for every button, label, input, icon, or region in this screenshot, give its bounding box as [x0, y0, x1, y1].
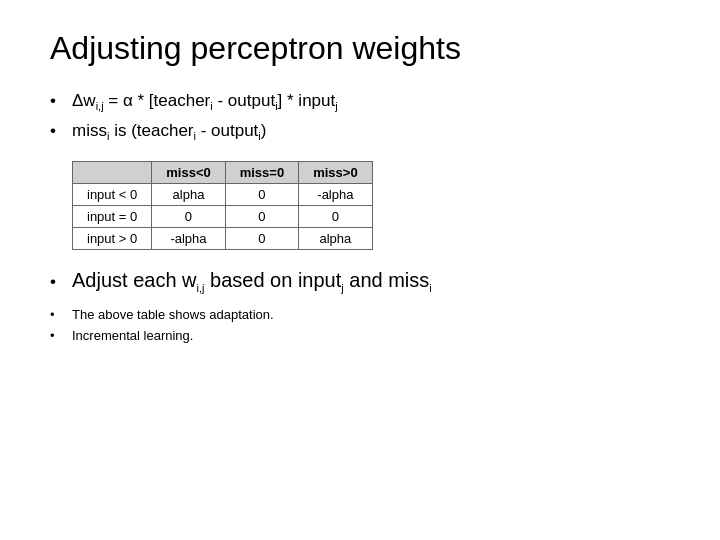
bullet-dot-small-2: •	[50, 328, 72, 343]
cell-1-2: 0	[225, 183, 298, 205]
bullet-item-small-1: • The above table shows adaptation.	[50, 306, 670, 324]
col-header-miss-neg: miss<0	[152, 161, 225, 183]
page-title: Adjusting perceptron weights	[50, 30, 670, 67]
row-label-2: input = 0	[73, 205, 152, 227]
cell-2-3: 0	[299, 205, 372, 227]
table-row: input > 0 -alpha 0 alpha	[73, 227, 373, 249]
bullet-dot-2: •	[50, 121, 72, 141]
cell-2-1: 0	[152, 205, 225, 227]
bullet-dot-small-1: •	[50, 307, 72, 322]
col-header-empty	[73, 161, 152, 183]
cell-3-2: 0	[225, 227, 298, 249]
table-row: input < 0 alpha 0 -alpha	[73, 183, 373, 205]
col-header-miss-zero: miss=0	[225, 161, 298, 183]
table-body: input < 0 alpha 0 -alpha input = 0 0 0 0…	[73, 183, 373, 249]
cell-2-2: 0	[225, 205, 298, 227]
bullet-item-large: • Adjust each wi,j based on inputj and m…	[50, 266, 670, 296]
bullet-dot-1: •	[50, 91, 72, 111]
bullet-item-small-2: • Incremental learning.	[50, 327, 670, 345]
col-header-miss-pos: miss>0	[299, 161, 372, 183]
table-header: miss<0 miss=0 miss>0	[73, 161, 373, 183]
cell-3-3: alpha	[299, 227, 372, 249]
bottom-bullets: • The above table shows adaptation. • In…	[50, 306, 670, 345]
cell-1-3: -alpha	[299, 183, 372, 205]
table-row: input = 0 0 0 0	[73, 205, 373, 227]
bullet-item-1: • Δwi,j = α * [teacheri - outputi] * inp…	[50, 89, 670, 115]
cell-1-1: alpha	[152, 183, 225, 205]
bullet-text-small-1: The above table shows adaptation.	[72, 306, 274, 324]
bullet-section-1: • Δwi,j = α * [teacheri - outputi] * inp…	[50, 89, 670, 145]
bullet-text-small-2: Incremental learning.	[72, 327, 193, 345]
bullet-text-2: missi is (teacheri - outputi)	[72, 119, 266, 145]
bullet-text-large: Adjust each wi,j based on inputj and mis…	[72, 266, 432, 296]
weight-table: miss<0 miss=0 miss>0 input < 0 alpha 0 -…	[72, 161, 373, 250]
row-label-3: input > 0	[73, 227, 152, 249]
bullet-dot-large: •	[50, 272, 72, 292]
bullet-text-1: Δwi,j = α * [teacheri - outputi] * input…	[72, 89, 338, 115]
cell-3-1: -alpha	[152, 227, 225, 249]
weight-table-container: miss<0 miss=0 miss>0 input < 0 alpha 0 -…	[72, 161, 670, 250]
row-label-1: input < 0	[73, 183, 152, 205]
bullet-item-2: • missi is (teacheri - outputi)	[50, 119, 670, 145]
